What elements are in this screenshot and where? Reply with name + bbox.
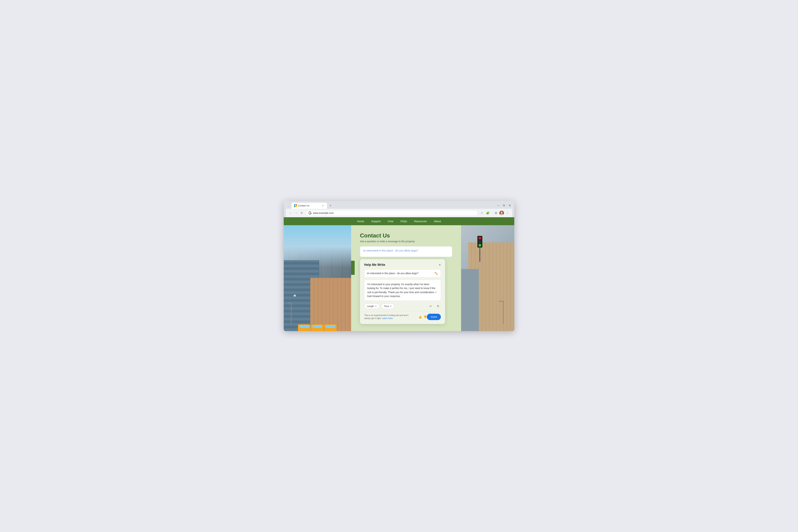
nav-faqs[interactable]: FAQs [400, 220, 407, 223]
nav-home[interactable]: Home [357, 220, 364, 223]
popup-title: Help Me Write [364, 263, 385, 267]
taxi-3 [324, 324, 337, 331]
taxi-1 [298, 324, 310, 331]
traffic-light-green [478, 244, 481, 247]
city-background-left [284, 225, 351, 331]
traffic-light-red [478, 237, 481, 240]
tab-close-button[interactable]: × [321, 204, 324, 207]
tab-chevron-left-icon: ‹ [288, 205, 289, 208]
website-content: Home Support Chat FAQs Resources About [284, 217, 514, 331]
user-avatar[interactable] [499, 211, 504, 215]
generated-text: I'm interested in your property. It's ex… [367, 282, 438, 298]
undo-button[interactable]: ↩ [428, 303, 433, 309]
nav-support[interactable]: Support [371, 220, 381, 223]
tab-title: Contact Us [298, 204, 320, 207]
page-title: Contact Us [360, 232, 454, 239]
insert-button[interactable]: Insert [427, 314, 441, 320]
footer-disclaimer-row: This is an experimental AI writing aid a… [364, 314, 427, 320]
popup-header: Help Me Write × [364, 263, 441, 267]
nav-buttons: ← → ↻ [288, 210, 304, 215]
svg-point-4 [501, 212, 502, 213]
building-left-brick [310, 278, 351, 331]
traffic-light [477, 236, 482, 248]
restore-button[interactable]: ⧉ [501, 203, 507, 208]
site-body: Contact Us Ask a question or write a mes… [284, 225, 514, 331]
tab-back-nav[interactable]: ‹ [286, 204, 291, 209]
taxi-2 [311, 324, 323, 331]
page-subtitle: Ask a question or write a message to the… [360, 240, 454, 243]
tabs-row: ‹ Contact Us × + ─ ⧉ [286, 203, 512, 209]
green-accent-bar [351, 261, 355, 275]
forward-button[interactable]: → [294, 210, 299, 215]
popup-original-input: im interested in this place - do you all… [367, 272, 433, 275]
feedback-icons: 👍 👎 [418, 315, 427, 319]
street-lamp-left [291, 303, 291, 324]
disclaimer-text: This is an experimental AI writing aid a… [364, 314, 415, 320]
building-right-secondary [461, 269, 479, 331]
main-content-area: Contact Us Ask a question or write a mes… [351, 225, 461, 331]
tone-label: Tone [384, 305, 389, 307]
lamp-head-left [294, 295, 296, 297]
back-button[interactable]: ← [288, 210, 293, 215]
toolbar-icons: ☆ 🧩 ⊟ ⋮ [479, 210, 510, 215]
more-options-button[interactable]: ⋮ [505, 210, 510, 215]
thumbs-up-button[interactable]: 👍 [418, 315, 422, 319]
thumbs-down-button[interactable]: 👎 [423, 315, 427, 319]
controls-row: Length ▼ Tone ▼ ↩ ↻ [364, 303, 441, 309]
redo-button[interactable]: ↻ [435, 303, 441, 309]
reload-button[interactable]: ↻ [299, 210, 304, 215]
new-tab-button[interactable]: + [328, 203, 333, 209]
street-lamp-right [503, 301, 504, 324]
learn-more-link[interactable]: Learn more [382, 317, 393, 320]
minimize-button[interactable]: ─ [496, 203, 501, 208]
popup-input-display: im interested in this place - do you all… [364, 269, 441, 278]
nav-resources[interactable]: Resources [414, 220, 427, 223]
svg-point-5 [500, 213, 503, 215]
traffic-light-yellow [478, 240, 481, 243]
extensions-button[interactable]: 🧩 [486, 210, 490, 215]
svg-rect-2 [294, 206, 295, 207]
nav-chat[interactable]: Chat [388, 220, 393, 223]
length-chevron-icon: ▼ [375, 305, 377, 307]
help-me-write-popup: Help Me Write × im interested in this pl… [360, 259, 445, 324]
svg-rect-3 [296, 206, 297, 207]
generated-text-box: I'm interested in your property. It's ex… [364, 280, 441, 301]
message-input[interactable]: im interested in this place - do you all… [360, 246, 452, 257]
tone-chevron-icon: ▼ [390, 305, 392, 307]
length-dropdown[interactable]: Length ▼ [364, 303, 380, 309]
tone-dropdown[interactable]: Tone ▼ [381, 303, 394, 309]
city-background-right [461, 225, 514, 331]
tab-favicon-icon [294, 204, 297, 207]
toolbar-divider [492, 211, 492, 215]
google-logo-icon [308, 211, 311, 214]
popup-close-button[interactable]: × [439, 263, 441, 267]
popup-footer: This is an experimental AI writing aid a… [364, 312, 441, 320]
url-text: www.example.com [313, 212, 334, 214]
svg-rect-1 [296, 204, 297, 206]
browser-window: ‹ Contact Us × + ─ ⧉ [284, 201, 514, 331]
active-tab[interactable]: Contact Us × [291, 203, 327, 209]
bookmark-star-button[interactable]: ☆ [479, 210, 484, 215]
taxi-row [298, 324, 337, 331]
edit-pencil-icon[interactable]: ✏️ [435, 272, 438, 275]
nav-about[interactable]: About [434, 220, 441, 223]
svg-rect-0 [294, 204, 295, 206]
close-button[interactable]: ✕ [507, 203, 512, 208]
browser-titlebar: ‹ Contact Us × + ─ ⧉ [284, 201, 514, 217]
length-label: Length [367, 305, 374, 307]
site-navigation: Home Support Chat FAQs Resources About [284, 217, 514, 225]
address-bar[interactable]: www.example.com [306, 210, 478, 216]
browser-toolbar: ← → ↻ www.example.com ☆ 🧩 ⊟ [286, 209, 512, 217]
sidebar-button[interactable]: ⊟ [493, 210, 498, 215]
